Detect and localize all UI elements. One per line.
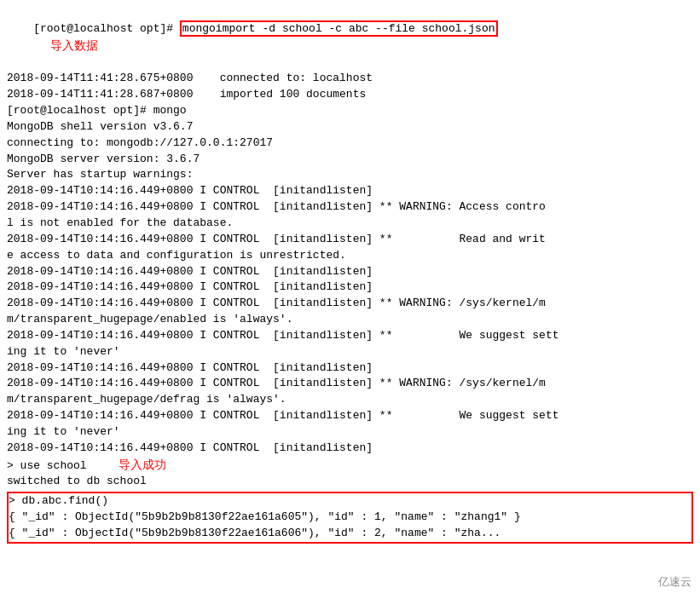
line-6: connecting to: mongodb://127.0.0.1:27017 [7,135,693,152]
line-3: 2018-09-14T11:41:28.687+0800 imported 10… [7,87,693,103]
result-box: > db.abc.find() { "_id" : ObjectId("5b9b… [7,492,693,544]
line-4: [root@localhost opt]# mongo [7,103,693,119]
line-1: [root@localhost opt]# mongoimport -d sch… [7,5,693,71]
line-17: 2018-09-14T10:14:16.449+0800 I CONTROL [… [7,376,693,408]
line-23: { "_id" : ObjectId("5b9b2b9b8130f22ae161… [9,510,691,526]
watermark: 亿速云 [658,574,691,590]
command-highlighted: mongoimport -d school -c abc --file scho… [180,20,498,37]
line-13: 2018-09-14T10:14:16.449+0800 I CONTROL [… [7,279,693,296]
line-2: 2018-09-14T11:41:28.675+0800 connected t… [7,71,693,87]
line-11: 2018-09-14T10:14:16.449+0800 I CONTROL [… [7,232,693,264]
line-24: { "_id" : ObjectId("5b9b2b9b8130f22ae161… [9,526,691,542]
line-8: Server has startup warnings: [7,167,693,183]
line-21: switched to db school [7,474,693,490]
prompt-text: [root@localhost opt]# [33,22,180,35]
line-18: 2018-09-14T10:14:16.449+0800 I CONTROL [… [7,408,693,441]
annotation-import-success: 导入成功 [119,458,166,471]
line-7: MongoDB server version: 3.6.7 [7,152,693,168]
line-15: 2018-09-14T10:14:16.449+0800 I CONTROL [… [7,328,693,360]
annotation-import-data: 导入数据 [50,39,98,52]
line-10: 2018-09-14T10:14:16.449+0800 I CONTROL [… [7,199,693,232]
line-22: > db.abc.find() [9,493,691,510]
line-12: 2018-09-14T10:14:16.449+0800 I CONTROL [… [7,264,693,280]
line-14: 2018-09-14T10:14:16.449+0800 I CONTROL [… [7,296,693,328]
line-20: > use school 导入成功 [7,457,693,475]
terminal: [root@localhost opt]# mongoimport -d sch… [0,0,700,599]
line-5: MongoDB shell version v3.6.7 [7,119,693,135]
line-16: 2018-09-14T10:14:16.449+0800 I CONTROL [… [7,360,693,377]
line-19: 2018-09-14T10:14:16.449+0800 I CONTROL [… [7,441,693,457]
line-9: 2018-09-14T10:14:16.449+0800 I CONTROL [… [7,183,693,199]
